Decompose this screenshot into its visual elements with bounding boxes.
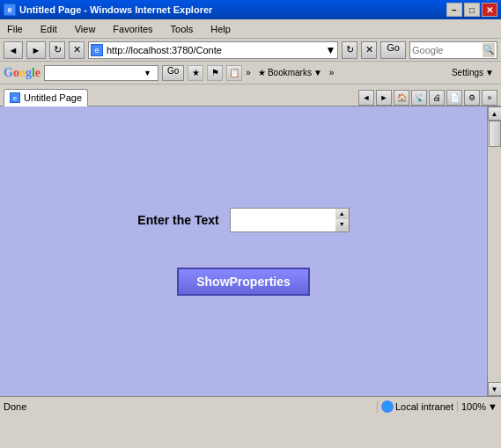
google-logo: Google — [4, 66, 41, 80]
menu-file[interactable]: File — [4, 22, 26, 36]
google-toolbar: Google ▼ Go ★ ⚑ 📋 » ★ Bookmarks ▼ » Sett… — [0, 62, 501, 84]
dropdown-arrow-icon[interactable]: ▼ — [325, 44, 335, 56]
menu-tools[interactable]: Tools — [167, 22, 197, 36]
browser-content: Enter the Text ▲ ▼ ShowProperties — [0, 106, 487, 396]
title-bar: e Untitled Page - Windows Internet Explo… — [0, 0, 501, 19]
close-button[interactable]: ✕ — [482, 3, 497, 17]
input-scroll-up[interactable]: ▲ — [335, 209, 348, 219]
tab-bar: e Untitled Page ◄ ► 🏠 📡 🖨 📄 ⚙ » — [0, 84, 501, 106]
print-button[interactable]: 🖨 — [429, 90, 445, 106]
scroll-down-button[interactable]: ▼ — [488, 382, 502, 396]
page-button[interactable]: 📄 — [446, 90, 462, 106]
refresh-button[interactable]: ↻ — [49, 41, 65, 59]
status-text: Done — [4, 401, 373, 412]
title-bar-left: e Untitled Page - Windows Internet Explo… — [4, 4, 212, 16]
input-scroll-down[interactable]: ▼ — [335, 219, 348, 230]
minimize-button[interactable]: − — [446, 3, 462, 17]
main-area: Enter the Text ▲ ▼ ShowProperties ▲ ▼ — [0, 106, 501, 396]
text-input[interactable] — [230, 208, 335, 232]
search-wrap: 🔍 — [409, 41, 497, 59]
rss-button[interactable]: 📡 — [411, 90, 427, 106]
address-input-wrap: e ▼ — [88, 41, 338, 59]
more-button[interactable]: » — [246, 68, 251, 77]
reload-button[interactable]: ↻ — [342, 41, 357, 59]
maximize-button[interactable]: □ — [464, 3, 480, 17]
tools-button2[interactable]: ⚙ — [464, 90, 480, 106]
menu-bar: File Edit View Favorites Tools Help — [0, 19, 501, 39]
enter-text-label: Enter the Text — [137, 213, 218, 227]
settings-button[interactable]: Settings ▼ — [448, 66, 497, 79]
page-content: Enter the Text ▲ ▼ ShowProperties — [0, 106, 487, 396]
page-favicon: e — [91, 44, 103, 56]
home-button[interactable]: 🏠 — [394, 90, 409, 106]
address-bar: ◄ ► ↻ ✕ e ▼ ↻ ✕ Go 🔍 — [0, 39, 501, 62]
zone-label: Local intranet — [395, 401, 453, 412]
status-zone: 🌐 Local intranet — [377, 400, 453, 413]
window-controls[interactable]: − □ ✕ — [446, 3, 497, 17]
google-dropdown-icon[interactable]: ▼ — [144, 69, 151, 77]
status-bar: Done 🌐 Local intranet 100% ▼ — [0, 396, 501, 415]
toolbar-more-icon[interactable]: » — [329, 68, 335, 77]
star-icon: ★ — [258, 68, 266, 77]
go-button[interactable]: Go — [380, 41, 406, 59]
google-search-wrap: ▼ — [44, 65, 158, 81]
show-properties-button[interactable]: ShowProperties — [177, 268, 310, 296]
address-input[interactable] — [107, 45, 325, 55]
menu-view[interactable]: View — [71, 22, 99, 36]
stop-btn2[interactable]: ✕ — [361, 41, 377, 59]
tab-scroll-right[interactable]: ► — [376, 90, 392, 106]
toolbar-icon-2[interactable]: ⚑ — [207, 65, 223, 81]
menu-edit[interactable]: Edit — [37, 22, 61, 36]
toolbar-icon-1[interactable]: ★ — [188, 65, 203, 81]
ie-icon: e — [4, 4, 16, 16]
toolbar-icon-3[interactable]: 📋 — [226, 65, 242, 81]
google-go-button[interactable]: Go — [162, 65, 184, 81]
form-row: Enter the Text ▲ ▼ — [137, 208, 349, 232]
forward-button[interactable]: ► — [26, 41, 46, 59]
active-tab[interactable]: e Untitled Page — [4, 89, 88, 106]
vertical-scrollbar: ▲ ▼ — [487, 106, 501, 396]
zoom-arrow-icon[interactable]: ▼ — [488, 401, 497, 412]
menu-favorites[interactable]: Favorites — [109, 22, 156, 36]
tab-label: Untitled Page — [24, 92, 82, 103]
search-button[interactable]: 🔍 — [483, 43, 495, 57]
window-title: Untitled Page - Windows Internet Explore… — [19, 4, 212, 15]
zoom-value: 100% — [461, 401, 486, 412]
scroll-track[interactable] — [488, 121, 502, 382]
google-search-input[interactable] — [47, 68, 144, 78]
input-scrollbar: ▲ ▼ — [335, 208, 350, 232]
bookmarks-button[interactable]: ★ Bookmarks ▼ — [254, 66, 326, 79]
tab-icon: e — [10, 92, 20, 103]
status-zoom[interactable]: 100% ▼ — [457, 401, 497, 412]
menu-help[interactable]: Help — [207, 22, 234, 36]
zone-icon: 🌐 — [381, 400, 394, 413]
scroll-thumb[interactable] — [489, 121, 501, 147]
search-input[interactable] — [412, 45, 483, 55]
stop-button[interactable]: ✕ — [69, 41, 85, 59]
tab-scroll-left[interactable]: ◄ — [358, 90, 374, 106]
scroll-up-button[interactable]: ▲ — [488, 106, 502, 121]
tab-nav-buttons: ◄ ► 🏠 📡 🖨 📄 ⚙ » — [358, 90, 497, 106]
text-input-with-scroll: ▲ ▼ — [230, 208, 350, 232]
back-button[interactable]: ◄ — [4, 41, 23, 59]
more2-button[interactable]: » — [482, 90, 497, 106]
